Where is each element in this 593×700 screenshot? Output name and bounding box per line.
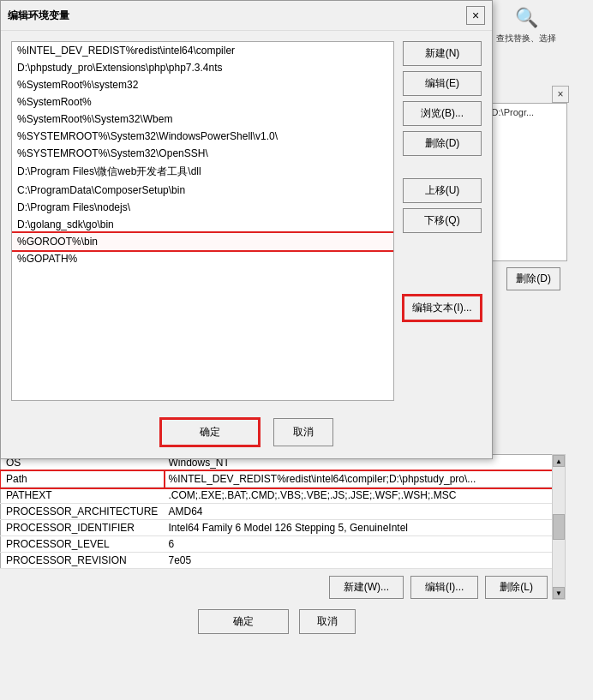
env-row-value: .COM;.EXE;.BAT;.CMD;.VBS;.VBE;.JS;.JSE;.… bbox=[164, 488, 553, 504]
path-list-item[interactable]: D:\phpstudy_pro\Extensions\php\php7.3.4n… bbox=[12, 59, 393, 76]
bg-cancel-button[interactable]: 取消 bbox=[299, 609, 356, 634]
dialog-body: %INTEL_DEV_REDIST%redist\intel64\compile… bbox=[1, 31, 492, 411]
path-list-item[interactable]: %SystemRoot%\System32\Wbem bbox=[12, 111, 393, 128]
search-label: 查找替换、选择 bbox=[496, 33, 556, 45]
edit-button[interactable]: 编辑(E) bbox=[403, 71, 482, 96]
ok-button[interactable]: 确定 bbox=[160, 418, 260, 446]
side-buttons-panel: 新建(N) 编辑(E) 浏览(B)... 删除(D) 上移(U) 下移(Q) 编… bbox=[403, 41, 482, 401]
move-up-button[interactable]: 上移(U) bbox=[403, 178, 482, 203]
path-list-container[interactable]: %INTEL_DEV_REDIST%redist\intel64\compile… bbox=[11, 41, 394, 401]
env-row-name: PATHEXT bbox=[1, 488, 164, 504]
bg-new-button[interactable]: 新建(W)... bbox=[329, 576, 404, 599]
path-list-item[interactable]: %SystemRoot%\system32 bbox=[12, 76, 393, 93]
env-row-value: Intel64 Family 6 Model 126 Stepping 5, G… bbox=[164, 520, 553, 536]
delete-button[interactable]: 删除(D) bbox=[403, 131, 482, 156]
search-area: 🔍 查找替换、选择 bbox=[483, 0, 569, 51]
browse-button[interactable]: 浏览(B)... bbox=[403, 101, 482, 126]
path-list-item[interactable]: %SystemRoot% bbox=[12, 93, 393, 111]
path-list-item[interactable]: C:\ProgramData\ComposerSetup\bin bbox=[12, 182, 393, 199]
env-row-name: PROCESSOR_LEVEL bbox=[1, 536, 164, 553]
move-down-button[interactable]: 下移(Q) bbox=[403, 208, 482, 233]
bg-scrollbar[interactable]: ▲ ▼ bbox=[552, 454, 566, 600]
env-row-value: 6 bbox=[164, 536, 553, 553]
scrollbar-thumb[interactable] bbox=[553, 514, 565, 540]
edit-text-button[interactable]: 编辑文本(I)... bbox=[403, 295, 482, 321]
path-list-item[interactable]: D:\Program Files\nodejs\ bbox=[12, 199, 393, 216]
path-list-item[interactable]: %SYSTEMROOT%\System32\WindowsPowerShell\… bbox=[12, 128, 393, 145]
dialog-footer: 确定 取消 bbox=[1, 411, 492, 458]
path-list-item[interactable]: %GOPATH% bbox=[12, 250, 393, 267]
bg-window-buttons: 新建(W)... 编辑(I)... 删除(L) bbox=[0, 569, 553, 606]
right-delete-button[interactable]: 删除(D) bbox=[506, 267, 560, 290]
bg-delete-button[interactable]: 删除(L) bbox=[485, 576, 548, 599]
bg-window: OSWindows_NTPath%INTEL_DEV_REDIST%redist… bbox=[0, 454, 553, 641]
dialog-title: 编辑环境变量 bbox=[8, 9, 69, 23]
bg-edit-button[interactable]: 编辑(I)... bbox=[410, 576, 478, 599]
env-row-name: PROCESSOR_IDENTIFIER bbox=[1, 520, 164, 536]
env-row-name: Path bbox=[1, 471, 164, 488]
env-row-value: 7e05 bbox=[164, 553, 553, 569]
env-row-name: PROCESSOR_ARCHITECTURE bbox=[1, 504, 164, 520]
path-list-item[interactable]: %GOROOT%\bin bbox=[12, 233, 393, 250]
dialog-titlebar: 编辑环境变量 × bbox=[1, 1, 492, 31]
path-list-item[interactable]: D:\Program Files\微信web开发者工具\dll bbox=[12, 162, 393, 182]
path-list-item[interactable]: D:\golang_sdk\go\bin bbox=[12, 216, 393, 233]
edit-env-dialog: 编辑环境变量 × %INTEL_DEV_REDIST%redist\intel6… bbox=[0, 0, 493, 459]
path-list-item[interactable]: %INTEL_DEV_REDIST%redist\intel64\compile… bbox=[12, 42, 393, 59]
env-row-name: PROCESSOR_REVISION bbox=[1, 553, 164, 569]
bg-ok-button[interactable]: 确定 bbox=[198, 609, 289, 634]
env-row-value: AMD64 bbox=[164, 504, 553, 520]
right-close-button[interactable]: × bbox=[552, 86, 569, 103]
env-variables-table: OSWindows_NTPath%INTEL_DEV_REDIST%redist… bbox=[0, 454, 553, 569]
dialog-close-button[interactable]: × bbox=[466, 6, 485, 25]
cancel-button[interactable]: 取消 bbox=[273, 418, 333, 446]
new-button[interactable]: 新建(N) bbox=[403, 41, 482, 66]
path-list-item[interactable]: %SYSTEMROOT%\System32\OpenSSH\ bbox=[12, 145, 393, 162]
search-icon[interactable]: 🔍 bbox=[515, 7, 538, 29]
env-row-value: %INTEL_DEV_REDIST%redist\intel64\compile… bbox=[164, 471, 553, 488]
